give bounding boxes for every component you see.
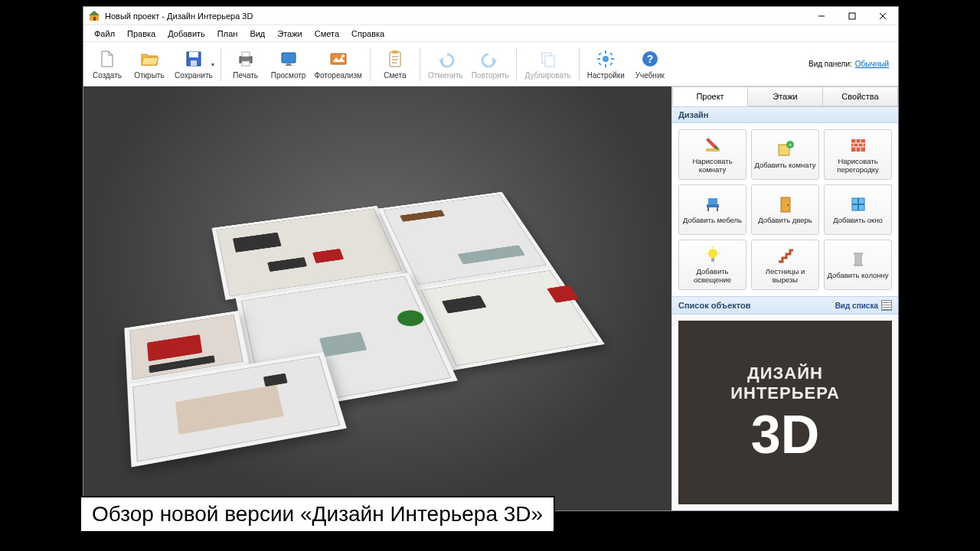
menu-plan[interactable]: План xyxy=(211,27,244,41)
file-new-icon xyxy=(96,48,118,70)
stairs-cutouts-button[interactable]: Лестницы и вырезы xyxy=(751,240,819,290)
svg-rect-14 xyxy=(286,64,291,65)
pencil-ruler-icon xyxy=(703,135,723,155)
menu-help[interactable]: Справка xyxy=(345,27,390,41)
save-icon xyxy=(183,48,204,70)
svg-rect-20 xyxy=(392,51,398,54)
tab-properties[interactable]: Свойства xyxy=(823,86,898,106)
window-title: Новый проект - Дизайн Интерьера 3D xyxy=(105,11,253,21)
add-door-button[interactable]: Добавить дверь xyxy=(751,184,819,235)
add-furniture-button[interactable]: Добавить мебель xyxy=(678,184,746,235)
side-panel: Проект Этажи Свойства Дизайн Нарисовать … xyxy=(671,86,898,510)
section-design-label: Дизайн xyxy=(678,110,708,119)
menu-bar: Файл Правка Добавить План Вид Этажи Смет… xyxy=(83,25,898,42)
svg-rect-30 xyxy=(605,64,606,67)
photorealism-label: Фотореализм xyxy=(314,71,362,80)
menu-estimate[interactable]: Смета xyxy=(309,27,345,41)
svg-rect-35 xyxy=(599,62,602,65)
draw-partition-button[interactable]: Нарисовать перегородку xyxy=(824,129,892,180)
add-window-button[interactable]: Добавить окно xyxy=(824,184,892,235)
svg-rect-12 xyxy=(242,61,250,66)
window-icon xyxy=(848,194,868,214)
svg-text:?: ? xyxy=(646,53,653,65)
draw-room-button[interactable]: Нарисовать комнату xyxy=(678,129,746,180)
toolbar-separator xyxy=(220,47,221,81)
menu-add[interactable]: Добавить xyxy=(162,27,211,41)
preview-button[interactable]: Просмотр xyxy=(267,44,310,85)
svg-rect-4 xyxy=(849,13,855,19)
estimate-button[interactable]: Смета xyxy=(374,44,416,85)
add-column-button[interactable]: Добавить колонну xyxy=(824,240,892,290)
svg-rect-9 xyxy=(191,60,197,66)
open-label: Открыть xyxy=(134,71,164,80)
photorealism-button[interactable]: Фотореализм xyxy=(310,44,366,85)
svg-rect-13 xyxy=(282,53,296,63)
svg-point-60 xyxy=(708,249,717,258)
settings-label: Настройки xyxy=(587,71,625,80)
lightbulb-icon xyxy=(703,246,723,266)
promo-line1: ДИЗАЙН xyxy=(747,364,823,383)
menu-view[interactable]: Вид xyxy=(243,27,271,41)
svg-rect-55 xyxy=(781,197,790,212)
menu-floors[interactable]: Этажи xyxy=(271,27,308,41)
duplicate-button[interactable]: Дублировать xyxy=(521,44,574,85)
svg-rect-66 xyxy=(854,253,863,255)
redo-icon xyxy=(479,48,501,70)
tab-floors[interactable]: Этажи xyxy=(748,86,823,106)
toolbar: Создать Открыть ▾ Сохранить Печать xyxy=(83,42,898,86)
render-canvas xyxy=(83,86,671,510)
undo-label: Отменить xyxy=(428,71,463,80)
svg-rect-27 xyxy=(545,56,554,67)
settings-button[interactable]: Настройки xyxy=(583,44,629,85)
panel-view-mode-link[interactable]: Обычный xyxy=(855,60,889,68)
minimize-button[interactable] xyxy=(806,7,837,25)
promo-3d: 3D xyxy=(751,408,819,461)
menu-file[interactable]: Файл xyxy=(88,27,121,41)
tutorial-button[interactable]: ? Учебник xyxy=(629,44,671,85)
save-label: Сохранить xyxy=(175,71,213,80)
stairs-icon xyxy=(776,246,795,266)
print-button[interactable]: Печать xyxy=(225,44,266,85)
create-button[interactable]: Создать xyxy=(87,44,128,85)
viewport-3d[interactable] xyxy=(83,86,671,510)
design-label: Лестницы и вырезы xyxy=(753,268,817,285)
app-icon xyxy=(88,10,100,22)
print-label: Печать xyxy=(233,71,258,80)
tab-project[interactable]: Проект xyxy=(672,86,748,106)
gear-icon xyxy=(595,48,616,70)
video-caption: Обзор новой версии «Дизайн Интерьера 3D» xyxy=(80,496,555,533)
chair-icon xyxy=(703,194,723,214)
section-objects-label: Список объектов xyxy=(678,301,750,310)
svg-point-56 xyxy=(787,204,789,206)
svg-rect-53 xyxy=(707,207,709,211)
svg-rect-34 xyxy=(610,52,613,55)
design-label: Нарисовать перегородку xyxy=(826,158,890,174)
monitor-icon xyxy=(278,48,299,70)
caption-text: Обзор новой версии «Дизайн Интерьера 3D» xyxy=(92,502,543,527)
svg-text:+: + xyxy=(788,142,792,148)
close-button[interactable] xyxy=(867,7,898,25)
redo-label: Повторить xyxy=(472,71,509,80)
clipboard-icon xyxy=(384,48,406,70)
maximize-button[interactable] xyxy=(837,7,867,25)
create-label: Создать xyxy=(93,71,122,80)
room-plus-icon: + xyxy=(776,139,795,159)
svg-rect-8 xyxy=(189,52,198,57)
open-button[interactable]: Открыть xyxy=(129,44,170,85)
add-lighting-button[interactable]: Добавить освещение xyxy=(678,240,746,290)
preview-label: Просмотр xyxy=(271,71,306,80)
save-button[interactable]: ▾ Сохранить xyxy=(171,44,217,85)
svg-point-18 xyxy=(341,54,345,57)
list-view-toggle[interactable]: Вид списка xyxy=(835,300,892,311)
undo-icon xyxy=(435,48,456,70)
toolbar-separator xyxy=(420,47,420,81)
door-icon xyxy=(776,194,795,214)
design-label: Добавить мебель xyxy=(683,217,742,225)
add-room-button[interactable]: + Добавить комнату xyxy=(751,129,819,180)
column-icon xyxy=(848,249,868,269)
estimate-label: Смета xyxy=(384,71,406,80)
redo-button[interactable]: Повторить xyxy=(468,44,513,85)
menu-edit[interactable]: Правка xyxy=(121,27,162,41)
svg-marker-1 xyxy=(89,11,100,15)
undo-button[interactable]: Отменить xyxy=(424,44,467,85)
